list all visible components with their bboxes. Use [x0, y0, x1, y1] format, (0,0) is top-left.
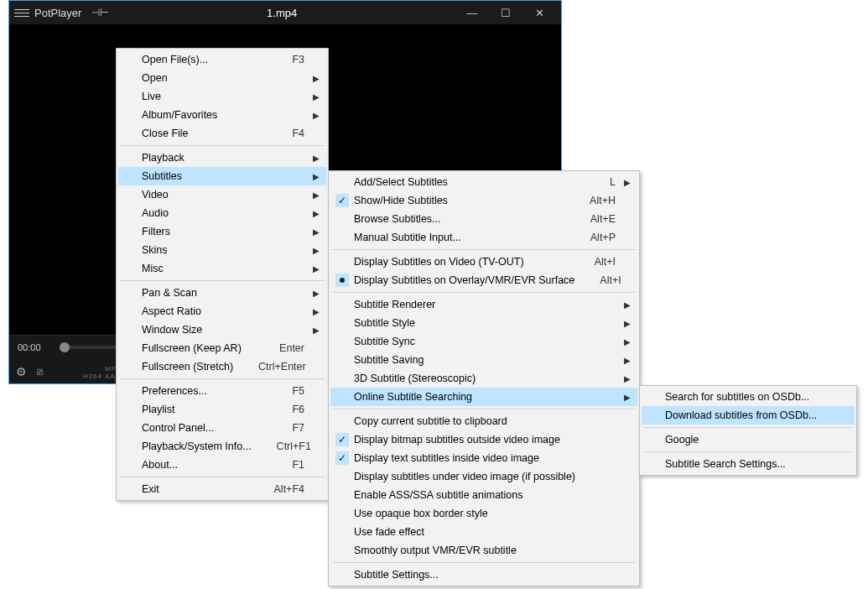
main-item-playback[interactable]: Playback▶ [118, 149, 326, 167]
menu-item-accel: F5 [292, 385, 304, 397]
main-item-skins[interactable]: Skins▶ [118, 241, 326, 259]
chevron-right-icon: ▶ [624, 300, 631, 310]
check-icon [335, 451, 349, 465]
menu-item-accel: Ctrl+Enter [258, 361, 306, 373]
menu-item-accel: F6 [292, 404, 304, 415]
equalizer-icon[interactable]: ⎚ [37, 366, 43, 378]
subtitles-item-3d-subtitle-stereoscopic[interactable]: 3D Subtitle (Stereoscopic)▶ [330, 369, 637, 388]
menu-item-accel: F3 [292, 54, 304, 65]
main-item-pan-scan[interactable]: Pan & Scan▶ [118, 284, 326, 302]
menu-item-label: Filters [142, 226, 304, 237]
pin-icon[interactable]: ⊣⊢ [91, 7, 108, 18]
menu-item-label: Fullscreen (Stretch) [142, 361, 233, 373]
menu-item-label: Display text subtitles inside video imag… [354, 452, 616, 464]
menu-item-label: Open File(s)... [142, 54, 267, 65]
main-item-close-file[interactable]: Close FileF4 [118, 124, 326, 143]
hamburger-icon[interactable] [14, 9, 29, 17]
main-item-video[interactable]: Video▶ [118, 185, 326, 204]
subtitles-item-use-opaque-box-border-style[interactable]: Use opaque box border style [330, 504, 637, 523]
subtitles-item-subtitle-renderer[interactable]: Subtitle Renderer▶ [330, 295, 637, 314]
menu-item-label: Search for subtitles on OSDb... [665, 391, 833, 403]
menu-item-label: Subtitle Search Settings... [665, 458, 833, 470]
subtitles-item-display-subtitles-on-video-tv-out[interactable]: Display Subtitles on Video (TV-OUT)Alt+I [330, 253, 637, 271]
menu-item-accel: F7 [292, 422, 304, 434]
main-item-album-favorites[interactable]: Album/Favorites▶ [118, 106, 326, 124]
maximize-button[interactable]: ☐ [489, 7, 522, 19]
titlebar[interactable]: PotPlayer ⊣⊢ 1.mp4 — ☐ ✕ [9, 1, 561, 24]
chevron-right-icon: ▶ [313, 264, 320, 274]
context-menu-main: Open File(s)...F3Open▶Live▶Album/Favorit… [116, 48, 329, 501]
main-item-aspect-ratio[interactable]: Aspect Ratio▶ [118, 302, 326, 321]
online-item-download-subtitles-from-osdb[interactable]: Download subtitles from OSDb... [642, 406, 855, 425]
main-item-live[interactable]: Live▶ [118, 87, 326, 106]
menu-item-label: Live [142, 91, 304, 102]
subtitles-item-browse-subtitles[interactable]: Browse Subtitles...Alt+E [330, 210, 637, 228]
main-item-exit[interactable]: ExitAlt+F4 [118, 480, 326, 498]
subtitles-item-subtitle-saving[interactable]: Subtitle Saving▶ [330, 351, 637, 369]
subtitles-item-add-select-subtitles[interactable]: Add/Select SubtitlesL▶ [330, 173, 637, 191]
close-button[interactable]: ✕ [522, 7, 556, 19]
chevron-right-icon: ▶ [313, 289, 320, 298]
main-item-open[interactable]: Open▶ [118, 69, 326, 87]
menu-item-label: Preferences... [142, 385, 267, 397]
menu-item-label: Control Panel... [142, 422, 267, 434]
subtitles-item-use-fade-effect[interactable]: Use fade effect [330, 523, 637, 541]
main-item-playlist[interactable]: PlaylistF6 [118, 400, 326, 419]
seek-thumb[interactable] [60, 342, 70, 352]
menu-item-label: Enable ASS/SSA subtitle animations [354, 489, 616, 501]
main-item-playback-system-info[interactable]: Playback/System Info...Ctrl+F1 [118, 437, 326, 456]
menu-item-label: Show/Hide Subtitles [354, 195, 564, 206]
menu-item-label: Subtitle Saving [354, 354, 616, 366]
menu-item-accel: Alt+E [590, 213, 616, 225]
chevron-right-icon: ▶ [313, 307, 320, 316]
menu-item-accel: Alt+I [600, 274, 621, 286]
settings-icon[interactable]: ⚙ [16, 365, 27, 378]
online-item-subtitle-search-settings[interactable]: Subtitle Search Settings... [642, 455, 855, 473]
online-item-google[interactable]: Google [642, 430, 855, 449]
subtitles-item-subtitle-settings[interactable]: Subtitle Settings... [330, 566, 637, 584]
subtitles-item-display-subtitles-under-video-image-if-possible[interactable]: Display subtitles under video image (if … [330, 467, 637, 486]
subtitles-item-enable-ass-ssa-subtitle-animations[interactable]: Enable ASS/SSA subtitle animations [330, 486, 637, 504]
subtitles-item-subtitle-sync[interactable]: Subtitle Sync▶ [330, 332, 637, 351]
main-item-preferences[interactable]: Preferences...F5 [118, 382, 326, 400]
subtitles-item-manual-subtitle-input[interactable]: Manual Subtitle Input...Alt+P [330, 228, 637, 247]
minimize-button[interactable]: — [455, 7, 489, 19]
main-item-window-size[interactable]: Window Size▶ [118, 321, 326, 339]
subtitles-item-online-subtitle-searching[interactable]: Online Subtitle Searching▶ [330, 388, 637, 406]
menu-item-accel: Alt+F4 [274, 483, 304, 495]
main-item-fullscreen-stretch[interactable]: Fullscreen (Stretch)Ctrl+Enter [118, 357, 326, 376]
main-item-audio[interactable]: Audio▶ [118, 204, 326, 222]
chevron-right-icon: ▶ [624, 337, 631, 347]
subtitles-item-display-subtitles-on-overlay-vmr-evr-surface[interactable]: Display Subtitles on Overlay/VMR/EVR Sur… [330, 271, 637, 289]
chevron-right-icon: ▶ [313, 154, 320, 163]
subtitles-item-smoothly-output-vmr-evr-subtitle[interactable]: Smoothly output VMR/EVR subtitle [330, 541, 637, 560]
main-item-about[interactable]: About...F1 [118, 456, 326, 474]
menu-item-label: Playlist [142, 404, 267, 415]
menu-item-label: Subtitle Renderer [354, 299, 616, 310]
menu-item-label: About... [142, 459, 267, 471]
subtitles-item-display-text-subtitles-inside-video-image[interactable]: Display text subtitles inside video imag… [330, 449, 637, 467]
online-item-search-for-subtitles-on-osdb[interactable]: Search for subtitles on OSDb... [642, 388, 855, 406]
main-item-misc[interactable]: Misc▶ [118, 259, 326, 278]
chevron-right-icon: ▶ [624, 178, 631, 187]
subtitles-item-display-bitmap-subtitles-outside-video-image[interactable]: Display bitmap subtitles outside video i… [330, 430, 637, 449]
main-item-fullscreen-keep-ar[interactable]: Fullscreen (Keep AR)Enter [118, 339, 326, 357]
time-label: 00:00 [18, 342, 41, 352]
context-menu-online-subtitle: Search for subtitles on OSDb...Download … [639, 385, 857, 476]
menu-item-label: Use fade effect [354, 526, 616, 538]
chevron-right-icon: ▶ [313, 172, 320, 181]
menu-item-label: Display Subtitles on Overlay/VMR/EVR Sur… [354, 274, 574, 286]
menu-item-label: Album/Favorites [142, 109, 304, 121]
main-item-open-file-s[interactable]: Open File(s)...F3 [118, 50, 326, 69]
context-menu-subtitles: Add/Select SubtitlesL▶Show/Hide Subtitle… [328, 170, 640, 586]
main-item-filters[interactable]: Filters▶ [118, 222, 326, 241]
subtitles-item-show-hide-subtitles[interactable]: Show/Hide SubtitlesAlt+H [330, 191, 637, 210]
main-item-control-panel[interactable]: Control Panel...F7 [118, 419, 326, 437]
subtitles-item-copy-current-subtitle-to-clipboard[interactable]: Copy current subtitle to clipboard [330, 412, 637, 430]
menu-item-label: Copy current subtitle to clipboard [354, 415, 616, 427]
chevron-right-icon: ▶ [313, 326, 320, 335]
subtitles-item-subtitle-style[interactable]: Subtitle Style▶ [330, 314, 637, 332]
chevron-right-icon: ▶ [313, 209, 320, 218]
main-item-subtitles[interactable]: Subtitles▶ [118, 167, 326, 185]
menu-item-accel: Ctrl+F1 [277, 440, 311, 452]
